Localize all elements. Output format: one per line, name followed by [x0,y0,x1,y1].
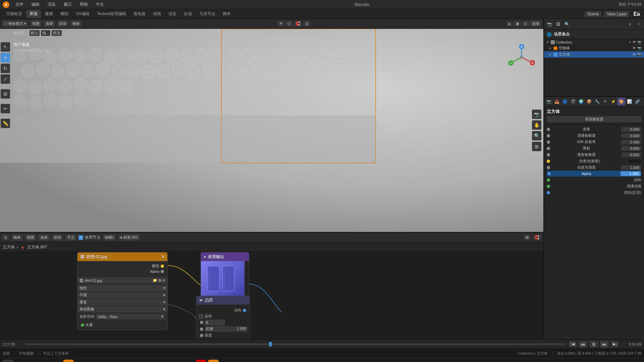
menu-window[interactable]: 窗口 [62,1,74,8]
bump-node[interactable]: ≋ 凸凹 法向 反转 [196,296,250,339]
tool-measure[interactable]: 📏 [1,119,10,128]
prop-tab-world[interactable]: 🌍 [577,98,585,106]
prop-render-icon[interactable]: 🖼 [554,20,562,28]
tool-rotate[interactable]: ↻ [1,64,10,73]
blender-logo[interactable] [3,1,9,8]
tool-transform[interactable]: ⊞ [1,89,10,99]
slot-selector[interactable]: 插槽1 [103,234,116,241]
distance-field[interactable]: 距离 1.000 [205,326,248,332]
taskbar-search[interactable]: 🔍 [27,360,38,362]
proportional-btn[interactable]: ◎ [303,21,311,26]
pivot-btn[interactable]: 框选 [52,30,62,36]
img-action-copy[interactable]: ⊞ [158,278,161,283]
prop-add-icon[interactable]: + [635,20,643,28]
vis-render[interactable]: 📷 [637,40,641,44]
taskbar-chat[interactable]: 💬 [123,360,134,362]
taskbar-vscode[interactable]: 💻 [220,360,231,362]
prop-tab-material[interactable]: 🎨 [617,98,625,106]
clearcoat-roughness-value[interactable]: 0.030 [621,133,641,138]
prop-tab-physics[interactable]: ⚡ [609,98,617,106]
taskbar-pen[interactable]: 🖊 [99,360,110,362]
distance-socket[interactable] [200,327,203,331]
hand-tool-icon[interactable]: ✋ [532,120,541,130]
tab-script[interactable]: 脚本 [219,10,234,18]
node-editor-type[interactable]: ◎ [2,235,9,240]
emission-color-swatch[interactable] [628,159,641,164]
select-menu-btn[interactable]: 选择 [44,20,55,27]
view-layer-selector[interactable]: View Layer [604,11,629,17]
snap-btn[interactable]: 拖... [41,30,50,36]
img-action-open[interactable]: 📁 [153,278,157,283]
outliner-item-empty[interactable]: ▸ 空物体 👁 📷 [544,45,644,51]
vector-input-socket[interactable] [81,323,84,327]
tool-select[interactable]: ◻ [285,21,292,26]
tool-select-cursor[interactable]: ↖ [1,42,10,52]
empty-vis-render[interactable]: 📷 [637,46,641,50]
viewport-mode-btn[interactable]: ⬡ 物体模式 ▾ [2,20,28,27]
bump-normal-out-socket[interactable] [243,309,246,312]
node-node-btn[interactable]: 节点 [65,234,76,241]
navigation-gizmo[interactable]: Z X Y [506,42,537,72]
material-selector[interactable]: ● 材质.002 [118,234,140,241]
tab-shader[interactable]: 着色器 [130,10,149,18]
node-tool-btn[interactable]: ⊞ [524,235,531,240]
add-modifier-btn[interactable]: 添加修改器 [547,116,641,122]
prop-tab-object[interactable]: 📦 [585,98,593,106]
image-texture-node[interactable]: 🖼 纹理-02.jpg ✕ 颜色 Alpha [77,252,168,330]
timeline-keyframe[interactable] [269,342,272,347]
tab-composite[interactable]: 合成 [180,10,195,18]
node-snap-btn[interactable]: 🧲 [533,235,541,240]
prop-tab-modifier[interactable]: 🔧 [593,98,601,106]
taskbar-email[interactable]: 📧 [136,360,146,362]
taskbar-app1[interactable]: 🐧 [51,360,62,362]
shading-render[interactable]: ◑ [514,21,521,26]
menu-lang[interactable]: 中文 [94,1,106,8]
emission-strength-value[interactable]: 1.000 [621,165,641,170]
snapping-btn[interactable]: 🧲 [293,21,302,26]
vis-checkbox[interactable]: ✓ [629,40,631,44]
grid-icon[interactable]: ⊞ [532,142,541,151]
prop-tab-output[interactable]: 📤 [553,98,561,106]
taskbar-files[interactable]: 📁 [15,360,25,362]
strength-input[interactable] [205,320,225,325]
object-menu-btn[interactable]: 物体 [70,20,82,27]
flat-dropdown[interactable]: 平展 ▾ [77,292,167,298]
cube-vis-eye[interactable]: 👁 [633,53,636,56]
prop-tab-particles[interactable]: ✦ [601,98,609,106]
tool-annotate[interactable]: ✏ [1,104,10,113]
prop-tab-scene[interactable]: 🎬 [569,98,577,106]
prop-search-icon[interactable]: 🔍 [563,20,571,28]
single-image-dropdown[interactable]: 单张图像 ▾ [77,306,167,312]
play-prev-frame[interactable]: ⏮ [579,341,587,348]
search-icon[interactable]: 🔍 [532,131,541,140]
image-file-selector[interactable]: 🖼 444-02.jpg 📁 ⊞ ✕ [77,277,167,284]
view-menu-btn[interactable]: 视图 [30,20,42,27]
scene-selector[interactable]: Scene [585,11,601,17]
alpha-value[interactable]: 1.000 [621,171,641,176]
use-nodes-toggle[interactable]: ✓ 使用节点 [78,235,101,240]
taskbar-finder[interactable]: 🍎 [3,360,13,362]
colorspace-dropdown[interactable]: Utility - Raw ▾ [96,314,165,319]
prop-tab-data[interactable]: 📊 [625,98,633,106]
taskbar-blender-active[interactable]: 🟠 [208,360,219,362]
camera-view-icon[interactable]: 📷 [532,110,541,119]
ior-value[interactable]: 1.450 [621,140,641,144]
tab-uv[interactable]: UV编辑 [72,10,93,18]
shading-solid[interactable]: ● [506,21,513,26]
taskbar-photo[interactable]: 📸 [39,360,50,362]
taskbar-tv[interactable]: 📺 [111,360,122,362]
taskbar-paint[interactable]: 🎨 [172,360,182,362]
tab-animation[interactable]: 动画 [150,10,164,18]
color-output-socket[interactable] [161,264,164,268]
coord-dropdown[interactable]: 默认 [30,30,40,36]
menu-help[interactable]: 帮助 [78,1,90,8]
play-next-frame[interactable]: ⏭ [600,341,609,348]
tool-scale[interactable]: ⤢ [1,74,10,84]
tool-move[interactable]: ✛ [1,53,10,62]
prop-tab-view-layer[interactable]: 🌀 [561,98,569,106]
play-jump-end[interactable]: ▶| [611,341,619,347]
linear-dropdown[interactable]: 线性 ▾ [77,285,167,291]
tool-cursor[interactable]: ✛ [277,21,284,26]
taskbar-game[interactable]: 🎮 [232,360,243,362]
play-pause[interactable]: ⏸ [589,341,598,348]
